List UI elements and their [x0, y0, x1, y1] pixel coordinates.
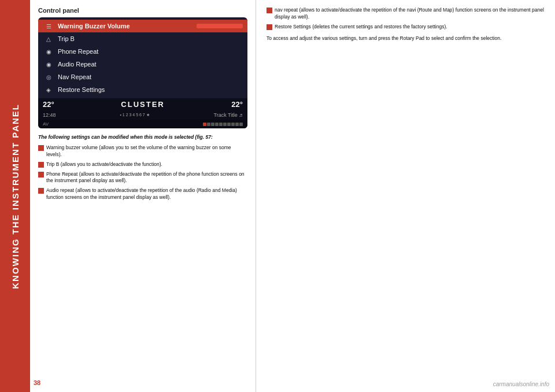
audio-label: Audio Repeat	[58, 61, 97, 68]
bullet-phone-repeat: Phone Repeat (allows to activate/deactiv…	[38, 171, 247, 185]
cluster-track: Track Title ♬	[214, 112, 243, 118]
cluster-time: 12:48	[43, 112, 56, 118]
bullet-audio-repeat: Audio repeat (allows to activate/deactiv…	[38, 187, 247, 201]
nav-label: Nav Repeat	[58, 73, 91, 80]
menu-item-restore-settings[interactable]: ◈ Restore Settings	[38, 83, 247, 96]
av-dot-6	[223, 123, 227, 126]
av-dot-1	[203, 123, 206, 126]
bullet-icon-audio	[38, 188, 44, 194]
section-title: Control panel	[38, 7, 247, 14]
bullet-icon-restore	[267, 24, 272, 30]
menu-item-nav-repeat[interactable]: ◎ Nav Repeat	[38, 71, 247, 83]
banner-text: KNOWING THE INSTRUMENT PANEL	[10, 103, 20, 289]
menu-item-warning-buzzer[interactable]: ☰ Warning Buzzer Volume	[38, 20, 247, 32]
av-dot-4	[215, 123, 219, 126]
left-column: Control panel ☰ Warning Buzzer Volume △ …	[30, 0, 256, 392]
volume-bar	[197, 24, 243, 28]
bullet-icon-phone	[38, 172, 44, 177]
cluster-dots: • 1 2 3 4 5 6 7 ★	[120, 113, 149, 117]
bullet-warning-buzzer: Warning buzzer volume (allows you to set…	[38, 145, 247, 158]
av-bar: AV	[38, 120, 247, 128]
left-banner: KNOWING THE INSTRUMENT PANEL	[0, 0, 30, 392]
warning-icon: ☰	[44, 23, 53, 29]
body-section-left: The following settings can be modified w…	[38, 134, 247, 204]
right-column: nav repeat (allows to activate/deactivat…	[256, 0, 555, 392]
av-dot-3	[211, 123, 214, 126]
bullet-text-warning: Warning buzzer volume (allows you to set…	[46, 145, 247, 158]
body-section-right: nav repeat (allows to activate/deactivat…	[267, 7, 545, 42]
nav-icon: ◎	[44, 74, 53, 80]
restore-label: Restore Settings	[58, 86, 105, 93]
trip-label: Trip B	[58, 35, 75, 42]
watermark: carmanualsonline.info	[493, 381, 549, 387]
bullet-text-audio: Audio repeat (allows to activate/deactiv…	[46, 187, 247, 201]
bullet-text-phone: Phone Repeat (allows to activate/deactiv…	[46, 171, 247, 185]
temp-right: 22°	[231, 100, 243, 109]
warning-label: Warning Buzzer Volume	[58, 23, 130, 29]
av-dot-2	[207, 123, 210, 126]
bullet-nav-repeat: nav repeat (allows to activate/deactivat…	[267, 7, 545, 21]
bullet-text-restore: Restore Settings (deletes the current se…	[275, 24, 545, 31]
access-text: To access and adjust the various setting…	[267, 35, 545, 42]
av-dot-7	[227, 123, 231, 126]
av-dot-10	[239, 123, 243, 126]
av-dot-8	[231, 123, 235, 126]
body-intro: The following settings can be modified w…	[38, 134, 247, 141]
audio-icon: ◉	[44, 61, 53, 68]
bullet-text-nav: nav repeat (allows to activate/deactivat…	[275, 7, 545, 21]
panel-menu: ☰ Warning Buzzer Volume △ Trip B ◉ Phone…	[38, 17, 247, 98]
cluster-label: CLUSTER	[121, 100, 164, 109]
menu-item-audio-repeat[interactable]: ◉ Audio Repeat	[38, 58, 247, 71]
bullet-trip-b: Trip B (allows you to activate/deactivat…	[38, 161, 247, 168]
av-dot-5	[219, 123, 223, 126]
temp-left: 22°	[43, 100, 54, 109]
main-content: Control panel ☰ Warning Buzzer Volume △ …	[30, 0, 555, 392]
bullet-icon-nav	[267, 8, 272, 13]
panel-display: ☰ Warning Buzzer Volume △ Trip B ◉ Phone…	[38, 17, 247, 128]
av-dot-9	[235, 123, 239, 126]
phone-icon: ◉	[44, 49, 53, 55]
menu-item-phone-repeat[interactable]: ◉ Phone Repeat	[38, 45, 247, 58]
cluster-bar: 22° CLUSTER 22°	[38, 98, 247, 110]
bullet-icon-trip	[38, 162, 44, 168]
bullet-icon-warning	[38, 145, 44, 151]
av-dots	[203, 123, 243, 126]
phone-label: Phone Repeat	[58, 48, 98, 55]
trip-icon: △	[44, 36, 53, 42]
bullet-text-trip: Trip B (allows you to activate/deactivat…	[46, 161, 247, 168]
menu-item-trip-b[interactable]: △ Trip B	[38, 32, 247, 45]
cluster-bottom: 12:48 • 1 2 3 4 5 6 7 ★ Track Title ♬	[38, 110, 247, 120]
page-number: 38	[34, 379, 40, 386]
restore-icon: ◈	[44, 87, 53, 93]
bullet-restore-settings: Restore Settings (deletes the current se…	[267, 24, 545, 31]
av-label: AV	[43, 121, 49, 127]
